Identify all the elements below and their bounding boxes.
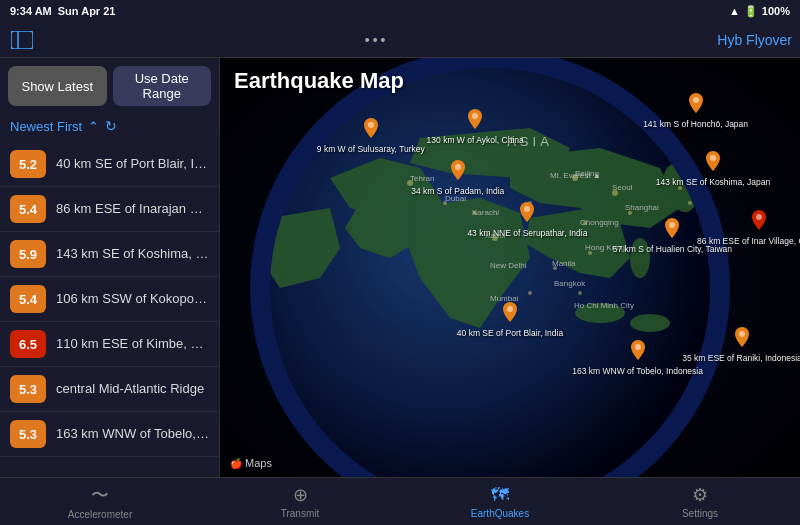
svg-point-57: [635, 344, 641, 350]
quake-list-item[interactable]: 6.5110 km ESE of Kimbe, Pap...: [0, 322, 219, 367]
svg-point-58: [739, 331, 745, 337]
map-title: Earthquake Map: [234, 68, 404, 94]
magnitude-badge: 5.9: [10, 240, 46, 268]
map-pin[interactable]: 86 km ESE of Inar Village, Guam: [752, 210, 766, 234]
svg-text:Beijing: Beijing: [575, 169, 599, 178]
tab-item-accelerometer[interactable]: 〜Accelerometer: [0, 479, 200, 524]
sort-chevron-icon: ⌃: [88, 119, 99, 134]
map-pin[interactable]: 163 km WNW of Tobelo, Indonesia: [631, 340, 645, 364]
svg-text:Manila: Manila: [552, 259, 576, 268]
svg-text:New Delhi: New Delhi: [490, 261, 527, 270]
status-time: 9:34 AM: [10, 5, 52, 17]
quake-description: 86 km ESE of Inarajan Villa...: [56, 201, 209, 218]
flyover-button[interactable]: Hyb Flyover: [717, 32, 792, 48]
magnitude-badge: 5.4: [10, 285, 46, 313]
sidebar-controls: Show Latest Use Date Range: [0, 58, 219, 114]
svg-point-54: [710, 155, 716, 161]
tab-bar: 〜Accelerometer⊕Transmit🗺EarthQuakes⚙Sett…: [0, 477, 800, 525]
pin-label: 43 km NNE of Serupathar, India: [467, 228, 587, 238]
svg-point-27: [578, 291, 582, 295]
tab-icon: ⊕: [293, 484, 308, 506]
status-battery: 100%: [762, 5, 790, 17]
map-pin[interactable]: 143 km SE of Koshima, Japan: [706, 151, 720, 175]
quake-list-item[interactable]: 5.3163 km WNW of Tobelo, In...: [0, 412, 219, 457]
maps-logo: 🍎 Maps: [230, 457, 272, 469]
magnitude-badge: 5.4: [10, 195, 46, 223]
tab-icon: 〜: [91, 483, 109, 507]
svg-text:Tehran: Tehran: [410, 174, 434, 183]
map-pin[interactable]: 130 km W of Aykol, China: [468, 109, 482, 133]
status-signal: ▲: [729, 5, 740, 17]
sort-label: Newest First: [10, 119, 82, 134]
svg-point-53: [693, 97, 699, 103]
quake-description: 106 km SSW of Kokopo, P...: [56, 291, 209, 308]
quake-list: 5.240 km SE of Port Blair, India5.486 km…: [0, 142, 219, 477]
svg-text:Seoul: Seoul: [612, 183, 633, 192]
sidebar-toggle-button[interactable]: [8, 26, 36, 54]
tab-item-transmit[interactable]: ⊕Transmit: [200, 480, 400, 523]
magnitude-badge: 5.2: [10, 150, 46, 178]
dots-menu: •••: [42, 32, 711, 48]
map-pin[interactable]: 141 km S of Honchō, Japan: [689, 93, 703, 117]
use-date-range-button[interactable]: Use Date Range: [113, 66, 212, 106]
svg-point-56: [756, 214, 762, 220]
pin-label: 86 km ESE of Inar Village, Guam: [697, 236, 800, 246]
pin-label: 34 km S of Padam, India: [411, 186, 504, 196]
quake-description: 40 km SE of Port Blair, India: [56, 156, 209, 173]
svg-rect-0: [11, 31, 33, 49]
pin-label: 40 km SE of Port Blair, India: [457, 328, 563, 338]
quake-list-item[interactable]: 5.4106 km SSW of Kokopo, P...: [0, 277, 219, 322]
pin-label: 141 km S of Honchō, Japan: [643, 119, 748, 129]
svg-point-48: [368, 122, 374, 128]
refresh-icon[interactable]: ↻: [105, 118, 117, 134]
svg-text:Shanghai: Shanghai: [625, 203, 659, 212]
quake-description: 143 km SE of Koshima, Jap...: [56, 246, 209, 263]
pin-label: 35 km ESE of Raniki, Indonesia: [682, 353, 800, 363]
pin-label: 143 km SE of Koshima, Japan: [656, 177, 770, 187]
status-day: Sun Apr 21: [58, 5, 116, 17]
map-pin[interactable]: 35 km ESE of Raniki, Indonesia: [735, 327, 749, 351]
svg-point-50: [455, 164, 461, 170]
top-bar: ••• Hyb Flyover: [0, 22, 800, 58]
status-battery-icon: 🔋: [744, 5, 758, 18]
quake-list-item[interactable]: 5.486 km ESE of Inarajan Villa...: [0, 187, 219, 232]
show-latest-button[interactable]: Show Latest: [8, 66, 107, 106]
svg-text:Bangkok: Bangkok: [554, 279, 586, 288]
status-bar: 9:34 AM Sun Apr 21 ▲ 🔋 100%: [0, 0, 800, 22]
magnitude-badge: 5.3: [10, 420, 46, 448]
map-pin[interactable]: 43 km NNE of Serupathar, India: [520, 202, 534, 226]
quake-description: central Mid-Atlantic Ridge: [56, 381, 204, 398]
tab-icon: ⚙: [692, 484, 708, 506]
sidebar: Show Latest Use Date Range Newest First …: [0, 58, 220, 477]
svg-point-28: [528, 291, 532, 295]
sort-row: Newest First ⌃ ↻: [0, 114, 219, 142]
quake-list-item[interactable]: 5.240 km SE of Port Blair, India: [0, 142, 219, 187]
svg-text:Ho Chi Minh City: Ho Chi Minh City: [574, 301, 634, 310]
quake-list-item[interactable]: 5.9143 km SE of Koshima, Jap...: [0, 232, 219, 277]
tab-label: Accelerometer: [68, 509, 132, 520]
magnitude-badge: 5.3: [10, 375, 46, 403]
pin-label: 130 km W of Aykol, China: [427, 135, 524, 145]
svg-point-49: [472, 113, 478, 119]
pin-label: 9 km W of Sulusaray, Turkey: [317, 144, 425, 154]
svg-text:Chongqing: Chongqing: [580, 218, 619, 227]
tab-label: EarthQuakes: [471, 508, 529, 519]
tab-label: Settings: [682, 508, 718, 519]
svg-point-51: [524, 206, 530, 212]
quake-description: 163 km WNW of Tobelo, In...: [56, 426, 209, 443]
svg-point-12: [630, 314, 670, 332]
pin-label: 163 km WNW of Tobelo, Indonesia: [572, 366, 703, 376]
tab-label: Transmit: [281, 508, 320, 519]
magnitude-badge: 6.5: [10, 330, 46, 358]
svg-point-55: [669, 222, 675, 228]
quake-description: 110 km ESE of Kimbe, Pap...: [56, 336, 209, 353]
tab-item-earthquakes[interactable]: 🗺EarthQuakes: [400, 481, 600, 523]
svg-point-52: [507, 306, 513, 312]
map-pin[interactable]: 9 km W of Sulusaray, Turkey: [364, 118, 378, 142]
tab-item-settings[interactable]: ⚙Settings: [600, 480, 800, 523]
map-pin[interactable]: 34 km S of Padam, India: [451, 160, 465, 184]
svg-text:Karachi: Karachi: [472, 208, 499, 217]
quake-list-item[interactable]: 5.3central Mid-Atlantic Ridge: [0, 367, 219, 412]
map-pin[interactable]: 57 km S of Hualien City, Taiwan: [665, 218, 679, 242]
map-pin[interactable]: 40 km SE of Port Blair, India: [503, 302, 517, 326]
